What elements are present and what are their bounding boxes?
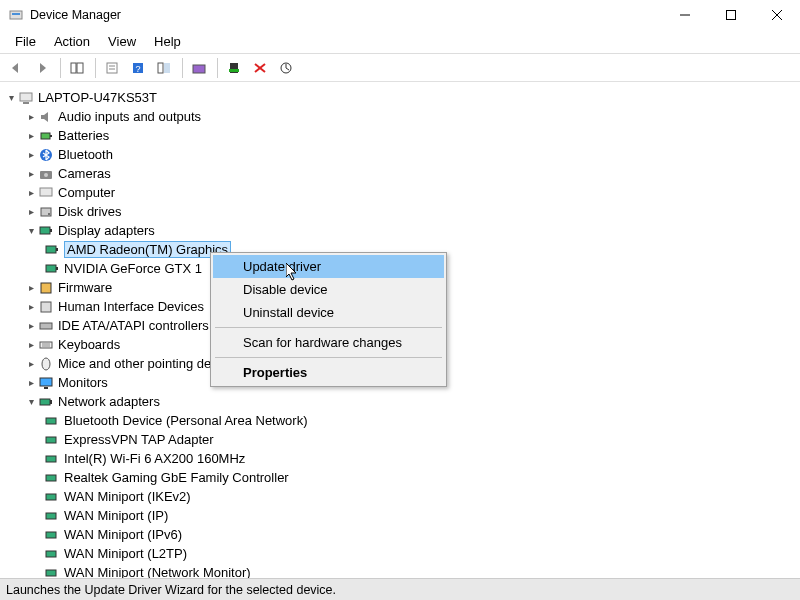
chevron-right-icon[interactable]: ▸ [24, 167, 38, 181]
chevron-right-icon[interactable]: ▸ [24, 110, 38, 124]
chevron-right-icon[interactable]: ▸ [24, 129, 38, 143]
tree-category-network-adapters[interactable]: ▾Network adapters [0, 392, 800, 411]
tree-category[interactable]: ▸Disk drives [0, 202, 800, 221]
menu-action[interactable]: Action [45, 32, 99, 51]
toolbar-separator [182, 58, 183, 78]
svg-rect-50 [46, 456, 56, 462]
svg-rect-13 [158, 63, 163, 73]
properties-button[interactable] [100, 56, 124, 80]
window-title: Device Manager [30, 8, 662, 22]
bluetooth-icon [38, 147, 54, 163]
network-adapter-icon [44, 432, 60, 448]
tree-device[interactable]: WAN Miniport (Network Monitor) [0, 563, 800, 578]
ctx-scan-hardware[interactable]: Scan for hardware changes [213, 331, 444, 354]
network-adapter-icon [44, 527, 60, 543]
svg-rect-54 [46, 532, 56, 538]
chevron-right-icon[interactable]: ▸ [24, 319, 38, 333]
ctx-separator [215, 357, 442, 358]
svg-rect-23 [41, 133, 50, 139]
tree-device[interactable]: Intel(R) Wi-Fi 6 AX200 160MHz [0, 449, 800, 468]
ide-controller-icon [38, 318, 54, 334]
ctx-uninstall-device[interactable]: Uninstall device [213, 301, 444, 324]
toolbar-separator [217, 58, 218, 78]
hid-icon [38, 299, 54, 315]
ctx-disable-device[interactable]: Disable device [213, 278, 444, 301]
menu-help[interactable]: Help [145, 32, 190, 51]
chevron-right-icon[interactable]: ▸ [24, 300, 38, 314]
ctx-update-driver[interactable]: Update driver [213, 255, 444, 278]
tree-category-display-adapters[interactable]: ▾Display adapters [0, 221, 800, 240]
ctx-properties[interactable]: Properties [213, 361, 444, 384]
svg-rect-46 [40, 399, 50, 405]
chevron-down-icon[interactable]: ▾ [24, 395, 38, 409]
chevron-right-icon[interactable]: ▸ [24, 376, 38, 390]
tree-device[interactable]: Bluetooth Device (Personal Area Network) [0, 411, 800, 430]
chevron-down-icon[interactable]: ▾ [4, 91, 18, 105]
tree-device[interactable]: ExpressVPN TAP Adapter [0, 430, 800, 449]
svg-rect-6 [71, 63, 76, 73]
display-adapter-icon [38, 223, 54, 239]
menu-file[interactable]: File [6, 32, 45, 51]
tree-category[interactable]: ▸Bluetooth [0, 145, 800, 164]
disk-icon [38, 204, 54, 220]
context-menu: Update driver Disable device Uninstall d… [210, 252, 447, 387]
menu-view[interactable]: View [99, 32, 145, 51]
svg-rect-53 [46, 513, 56, 519]
tree-category[interactable]: ▸Cameras [0, 164, 800, 183]
chevron-right-icon[interactable]: ▸ [24, 186, 38, 200]
minimize-button[interactable] [662, 0, 708, 30]
chevron-right-icon[interactable]: ▸ [24, 148, 38, 162]
enable-button[interactable] [222, 56, 246, 80]
svg-rect-31 [40, 227, 50, 234]
help-button[interactable]: ? [126, 56, 150, 80]
firmware-icon [38, 280, 54, 296]
status-bar: Launches the Update Driver Wizard for th… [0, 578, 800, 600]
chevron-right-icon[interactable]: ▸ [24, 205, 38, 219]
tree-device[interactable]: WAN Miniport (IKEv2) [0, 487, 800, 506]
scan-hardware-button[interactable] [187, 56, 211, 80]
network-adapter-icon [38, 394, 54, 410]
tree-device[interactable]: WAN Miniport (IP) [0, 506, 800, 525]
close-button[interactable] [754, 0, 800, 30]
back-button[interactable] [4, 56, 28, 80]
camera-icon [38, 166, 54, 182]
svg-rect-39 [40, 323, 52, 329]
tree-device[interactable]: Realtek Gaming GbE Family Controller [0, 468, 800, 487]
show-hide-console-button[interactable] [65, 56, 89, 80]
tree-device[interactable]: WAN Miniport (IPv6) [0, 525, 800, 544]
tree-device[interactable]: WAN Miniport (L2TP) [0, 544, 800, 563]
update-driver-button[interactable] [274, 56, 298, 80]
toolbar: ? [0, 54, 800, 82]
status-text: Launches the Update Driver Wizard for th… [6, 583, 336, 597]
display-adapter-icon [44, 261, 60, 277]
chevron-down-icon[interactable]: ▾ [24, 224, 38, 238]
tree-category[interactable]: ▸Computer [0, 183, 800, 202]
uninstall-button[interactable] [248, 56, 272, 80]
svg-rect-33 [46, 246, 56, 253]
svg-rect-45 [44, 387, 48, 389]
svg-rect-1 [12, 13, 20, 15]
chevron-right-icon[interactable]: ▸ [24, 338, 38, 352]
tree-category[interactable]: ▸Batteries [0, 126, 800, 145]
mouse-icon [38, 356, 54, 372]
display-adapter-icon [44, 242, 60, 258]
computer-icon [18, 90, 34, 106]
svg-rect-8 [107, 63, 117, 73]
svg-rect-28 [40, 188, 52, 196]
svg-rect-17 [229, 69, 239, 72]
tree-category[interactable]: ▸Audio inputs and outputs [0, 107, 800, 126]
computer-icon [38, 185, 54, 201]
svg-rect-36 [56, 267, 58, 270]
svg-rect-52 [46, 494, 56, 500]
network-adapter-icon [44, 489, 60, 505]
svg-rect-7 [77, 63, 83, 73]
action-button[interactable] [152, 56, 176, 80]
svg-rect-38 [41, 302, 51, 312]
forward-button[interactable] [30, 56, 54, 80]
tree-root[interactable]: ▾ LAPTOP-U47KS53T [0, 88, 800, 107]
chevron-right-icon[interactable]: ▸ [24, 281, 38, 295]
chevron-right-icon[interactable]: ▸ [24, 357, 38, 371]
maximize-button[interactable] [708, 0, 754, 30]
svg-rect-37 [41, 283, 51, 293]
battery-icon [38, 128, 54, 144]
